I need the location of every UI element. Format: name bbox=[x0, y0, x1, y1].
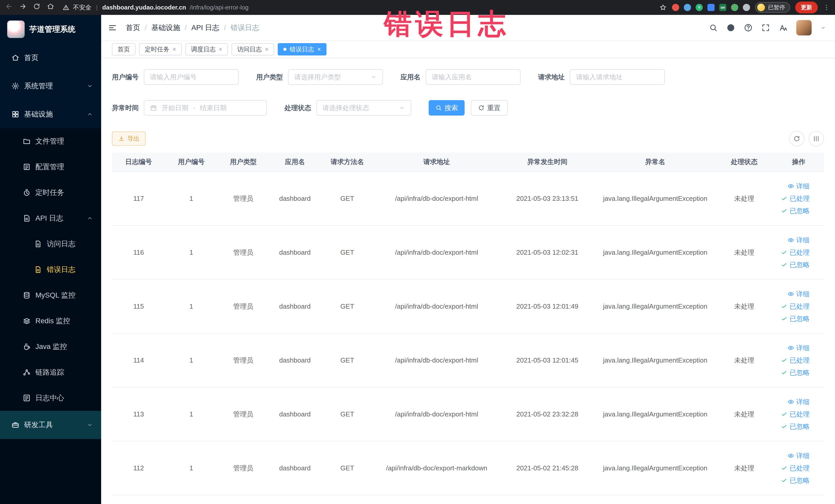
row-action-detail[interactable]: 详细 bbox=[773, 180, 810, 192]
sidebar-item-config-management[interactable]: 配置管理 bbox=[0, 154, 101, 180]
breadcrumb-item[interactable]: 错误日志 bbox=[230, 23, 259, 33]
tab-close-icon[interactable]: × bbox=[172, 46, 176, 53]
eye-icon bbox=[788, 399, 794, 405]
sidebar-item-label: 错误日志 bbox=[47, 265, 76, 275]
cell-user-type: 管理员 bbox=[218, 441, 269, 495]
app-name-input[interactable] bbox=[426, 69, 521, 85]
forward-icon[interactable] bbox=[19, 3, 27, 10]
row-action-processed[interactable]: 已处理 bbox=[773, 462, 810, 474]
sidebar-item-trace[interactable]: 链路追踪 bbox=[0, 360, 101, 385]
bookmark-star-icon[interactable] bbox=[659, 4, 667, 11]
address-bar[interactable]: 不安全 | dashboard.yudao.iocoder.cn/infra/l… bbox=[63, 3, 659, 12]
user-type-select[interactable]: 请选择用户类型 bbox=[288, 69, 383, 85]
sidebar-item-infrastructure[interactable]: 基础设施 bbox=[0, 100, 101, 128]
sidebar-item-error-log[interactable]: 错误日志 bbox=[0, 257, 101, 282]
row-action-ignored[interactable]: 已忽略 bbox=[773, 205, 810, 217]
row-action-detail[interactable]: 详细 bbox=[773, 449, 810, 462]
row-action-processed[interactable]: 已处理 bbox=[773, 246, 810, 259]
column-header: 应用名 bbox=[269, 153, 321, 172]
home-icon[interactable] bbox=[47, 3, 55, 10]
column-header: 请求地址 bbox=[374, 153, 499, 172]
font-size-icon[interactable] bbox=[779, 23, 788, 32]
table-row: 1151管理员dashboardGET/api/infra/db-doc/exp… bbox=[112, 279, 824, 333]
cell-user-id: 1 bbox=[165, 333, 218, 387]
extension-leaf-icon[interactable] bbox=[731, 4, 738, 11]
search-icon[interactable] bbox=[709, 23, 718, 32]
java-icon bbox=[23, 343, 31, 351]
extension-on-badge-icon[interactable]: on bbox=[719, 4, 727, 11]
sidebar-item-log-center[interactable]: 日志中心 bbox=[0, 385, 101, 411]
extension-blue-icon[interactable] bbox=[684, 4, 691, 11]
tab-错误日志[interactable]: 错误日志× bbox=[278, 43, 326, 56]
cell-exception-name: java.lang.IllegalArgumentException bbox=[595, 172, 715, 225]
row-action-ignored[interactable]: 已忽略 bbox=[773, 259, 810, 271]
row-action-processed[interactable]: 已处理 bbox=[773, 408, 810, 420]
question-icon[interactable] bbox=[744, 23, 753, 32]
extension-dark-icon[interactable] bbox=[743, 4, 750, 11]
profile-paused-badge[interactable]: 已暂停 bbox=[755, 2, 790, 13]
request-url-input[interactable] bbox=[570, 69, 665, 85]
export-button[interactable]: 导出 bbox=[112, 132, 146, 146]
cell-user-type: 管理员 bbox=[218, 387, 269, 441]
github-icon[interactable] bbox=[727, 23, 735, 32]
breadcrumb-item[interactable]: 首页 bbox=[126, 23, 140, 33]
tab-调度日志[interactable]: 调度日志× bbox=[185, 43, 228, 56]
sidebar-item-label: 文件管理 bbox=[36, 136, 64, 146]
action-label: 已处理 bbox=[790, 354, 810, 366]
extension-blue-grid-icon[interactable] bbox=[708, 4, 715, 11]
user-id-input[interactable] bbox=[144, 69, 239, 85]
sidebar-item-redis-monitor[interactable]: Redis 监控 bbox=[0, 308, 101, 334]
row-action-processed[interactable]: 已处理 bbox=[773, 192, 810, 205]
cell-status: 未处理 bbox=[715, 225, 773, 279]
tab-访问日志[interactable]: 访问日志× bbox=[231, 43, 274, 56]
tab-定时任务[interactable]: 定时任务× bbox=[139, 43, 182, 56]
sidebar-item-api-log[interactable]: API 日志 bbox=[0, 205, 101, 231]
sidebar-item-home[interactable]: 首页 bbox=[0, 44, 101, 72]
extension-red-icon[interactable] bbox=[672, 4, 679, 11]
browser-menu-icon[interactable] bbox=[823, 4, 830, 11]
breadcrumb-item[interactable]: 基础设施 bbox=[151, 23, 180, 33]
row-action-detail[interactable]: 详细 bbox=[773, 234, 810, 246]
reload-icon[interactable] bbox=[33, 3, 41, 10]
exception-time-range-picker[interactable]: 开始日期 - 结束日期 bbox=[144, 100, 267, 116]
browser-update-button[interactable]: 更新 bbox=[795, 2, 818, 13]
tab-close-icon[interactable]: × bbox=[265, 46, 268, 53]
row-action-detail[interactable]: 详细 bbox=[773, 288, 810, 300]
sidebar-item-scheduled-tasks[interactable]: 定时任务 bbox=[0, 180, 101, 205]
search-icon bbox=[435, 104, 442, 111]
breadcrumb-item[interactable]: API 日志 bbox=[191, 23, 220, 33]
column-header: 请求方法名 bbox=[321, 153, 374, 172]
app-logo[interactable]: 芋道管理系统 bbox=[0, 15, 101, 44]
row-action-ignored[interactable]: 已忽略 bbox=[773, 313, 810, 325]
api-log-icon bbox=[23, 214, 31, 222]
row-action-detail[interactable]: 详细 bbox=[773, 396, 810, 408]
sidebar-item-file-management[interactable]: 文件管理 bbox=[0, 128, 101, 154]
sidebar-item-dev-tools[interactable]: 研发工具 bbox=[0, 411, 101, 439]
sidebar-item-java-monitor[interactable]: Java 监控 bbox=[0, 334, 101, 360]
tab-close-icon[interactable]: × bbox=[219, 46, 222, 53]
fullscreen-icon[interactable] bbox=[761, 23, 770, 32]
menu-fold-icon[interactable] bbox=[108, 23, 117, 32]
row-action-processed[interactable]: 已处理 bbox=[773, 354, 810, 366]
table-refresh-button[interactable] bbox=[789, 131, 805, 146]
sidebar-item-system-management[interactable]: 系统管理 bbox=[0, 72, 101, 100]
reset-button[interactable]: 重置 bbox=[471, 100, 508, 116]
process-status-select[interactable]: 请选择处理状态 bbox=[316, 100, 411, 116]
column-settings-button[interactable] bbox=[809, 131, 824, 146]
sidebar-item-access-log[interactable]: 访问日志 bbox=[0, 231, 101, 257]
extension-green-circle-icon[interactable]: Y bbox=[696, 4, 703, 11]
row-action-ignored[interactable]: 已忽略 bbox=[773, 366, 810, 379]
sidebar-item-mysql-monitor[interactable]: MySQL 监控 bbox=[0, 282, 101, 308]
row-action-processed[interactable]: 已处理 bbox=[773, 300, 810, 313]
user-avatar[interactable] bbox=[796, 20, 812, 36]
caret-down-icon[interactable] bbox=[820, 25, 826, 31]
row-action-ignored[interactable]: 已忽略 bbox=[773, 474, 810, 486]
back-icon[interactable] bbox=[5, 3, 13, 10]
tab-首页[interactable]: 首页 bbox=[112, 43, 136, 56]
filter-row-1: 用户编号 用户类型 请选择用户类型 应用名 bbox=[112, 69, 824, 85]
select-placeholder: 请选择用户类型 bbox=[294, 73, 341, 82]
search-button[interactable]: 搜索 bbox=[429, 100, 465, 116]
tab-close-icon[interactable]: × bbox=[317, 46, 321, 53]
row-action-ignored[interactable]: 已忽略 bbox=[773, 420, 810, 432]
row-action-detail[interactable]: 详细 bbox=[773, 342, 810, 354]
